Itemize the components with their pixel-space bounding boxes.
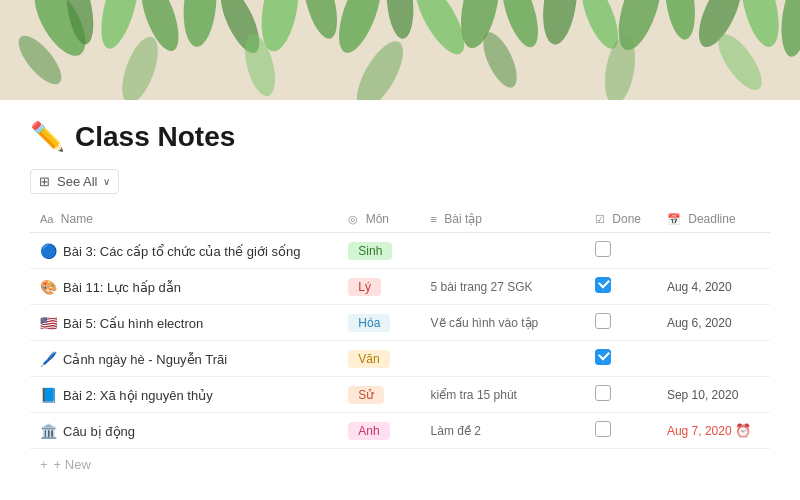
- row-icon: 🎨: [40, 279, 57, 295]
- cell-name: 🎨Bài 11: Lực hấp dẫn: [30, 269, 338, 305]
- see-all-button[interactable]: ⊞ See All ∨: [30, 169, 119, 194]
- col-header-done: ☑ Done: [585, 206, 657, 233]
- cell-done[interactable]: [585, 233, 657, 269]
- table-row: 🎨Bài 11: Lực hấp dẫnLý5 bài trang 27 SGK…: [30, 269, 770, 305]
- plus-icon: +: [40, 457, 48, 472]
- cell-baitap: [421, 341, 585, 377]
- col-header-baitap: ≡ Bài tập: [421, 206, 585, 233]
- cell-name: 🔵Bài 3: Các cấp tổ chức của thế giới sốn…: [30, 233, 338, 269]
- cell-done[interactable]: [585, 377, 657, 413]
- cell-name: 🖊️Cảnh ngày hè - Nguyễn Trãi: [30, 341, 338, 377]
- checkbox-unchecked[interactable]: [595, 421, 611, 437]
- cell-deadline: [657, 341, 770, 377]
- table-row: 🇺🇸Bài 5: Cấu hình electronHóaVẽ cấu hình…: [30, 305, 770, 341]
- row-icon: 🖊️: [40, 351, 57, 367]
- chevron-down-icon: ∨: [103, 176, 110, 187]
- header-banner: [0, 0, 800, 100]
- name-col-icon: Aa: [40, 213, 53, 225]
- table-row: 🖊️Cảnh ngày hè - Nguyễn TrãiVăn: [30, 341, 770, 377]
- cell-mon: Sinh: [338, 233, 420, 269]
- row-icon: 📘: [40, 387, 57, 403]
- cell-deadline: Aug 7, 2020⏰: [657, 413, 770, 449]
- table-header-row: Aa Name ◎ Môn ≡ Bài tập ☑ Done 📅 Dead: [30, 206, 770, 233]
- table-row: 🔵Bài 3: Các cấp tổ chức của thế giới sốn…: [30, 233, 770, 269]
- cell-mon: Văn: [338, 341, 420, 377]
- row-name: Bài 5: Cấu hình electron: [63, 316, 203, 331]
- table-row: 🏛️Câu bị độngAnhLàm đề 2Aug 7, 2020⏰: [30, 413, 770, 449]
- checkbox-unchecked[interactable]: [595, 241, 611, 257]
- row-name: Cảnh ngày hè - Nguyễn Trãi: [63, 352, 227, 367]
- mon-tag: Sinh: [348, 242, 392, 260]
- overdue-icon: ⏰: [735, 423, 751, 438]
- cell-name: 🇺🇸Bài 5: Cấu hình electron: [30, 305, 338, 341]
- cell-deadline: Aug 6, 2020: [657, 305, 770, 341]
- table-row: 📘Bài 2: Xã hội nguyên thủySửkiểm tra 15 …: [30, 377, 770, 413]
- done-col-icon: ☑: [595, 213, 605, 225]
- deadline-value: Aug 4, 2020: [667, 280, 732, 294]
- checkbox-unchecked[interactable]: [595, 313, 611, 329]
- mon-tag: Anh: [348, 422, 389, 440]
- baitap-col-icon: ≡: [431, 213, 437, 225]
- cell-mon: Sử: [338, 377, 420, 413]
- cell-baitap: Vẽ cấu hình vào tập: [421, 305, 585, 341]
- cell-deadline: Sep 10, 2020: [657, 377, 770, 413]
- checkbox-unchecked[interactable]: [595, 385, 611, 401]
- checkbox-checked[interactable]: [595, 349, 611, 365]
- cell-done[interactable]: [585, 269, 657, 305]
- mon-col-icon: ◎: [348, 213, 358, 225]
- deadline-overdue: Aug 7, 2020: [667, 424, 732, 438]
- content-area: ✏️ Class Notes ⊞ See All ∨ Aa Name ◎ Môn: [0, 100, 800, 480]
- row-name: Bài 2: Xã hội nguyên thủy: [63, 388, 213, 403]
- page-emoji: ✏️: [30, 120, 65, 153]
- mon-tag: Sử: [348, 386, 384, 404]
- cell-baitap: kiểm tra 15 phút: [421, 377, 585, 413]
- row-name: Bài 3: Các cấp tổ chức của thế giới sống: [63, 244, 300, 259]
- cell-baitap: Làm đề 2: [421, 413, 585, 449]
- notes-table: Aa Name ◎ Môn ≡ Bài tập ☑ Done 📅 Dead: [30, 206, 770, 449]
- page-title: Class Notes: [75, 121, 235, 153]
- cell-mon: Hóa: [338, 305, 420, 341]
- add-new-label: + New: [54, 457, 91, 472]
- row-icon: 🇺🇸: [40, 315, 57, 331]
- cell-mon: Anh: [338, 413, 420, 449]
- mon-tag: Lý: [348, 278, 381, 296]
- mon-tag: Văn: [348, 350, 389, 368]
- deadline-col-icon: 📅: [667, 213, 681, 225]
- cell-name: 📘Bài 2: Xã hội nguyên thủy: [30, 377, 338, 413]
- row-name: Bài 11: Lực hấp dẫn: [63, 280, 181, 295]
- cell-baitap: 5 bài trang 27 SGK: [421, 269, 585, 305]
- mon-tag: Hóa: [348, 314, 390, 332]
- col-header-deadline: 📅 Deadline: [657, 206, 770, 233]
- deadline-value: Aug 6, 2020: [667, 316, 732, 330]
- add-new-button[interactable]: + + New: [30, 449, 770, 480]
- col-header-mon: ◎ Môn: [338, 206, 420, 233]
- cell-deadline: [657, 233, 770, 269]
- cell-done[interactable]: [585, 305, 657, 341]
- see-all-label: See All: [57, 174, 97, 189]
- page-title-row: ✏️ Class Notes: [30, 120, 770, 153]
- row-icon: 🔵: [40, 243, 57, 259]
- row-name: Câu bị động: [63, 424, 135, 439]
- checkbox-checked[interactable]: [595, 277, 611, 293]
- row-icon: 🏛️: [40, 423, 57, 439]
- view-options-row: ⊞ See All ∨: [30, 169, 770, 194]
- col-header-name: Aa Name: [30, 206, 338, 233]
- cell-baitap: [421, 233, 585, 269]
- cell-mon: Lý: [338, 269, 420, 305]
- deadline-value: Sep 10, 2020: [667, 388, 738, 402]
- cell-deadline: Aug 4, 2020: [657, 269, 770, 305]
- cell-name: 🏛️Câu bị động: [30, 413, 338, 449]
- cell-done[interactable]: [585, 413, 657, 449]
- cell-done[interactable]: [585, 341, 657, 377]
